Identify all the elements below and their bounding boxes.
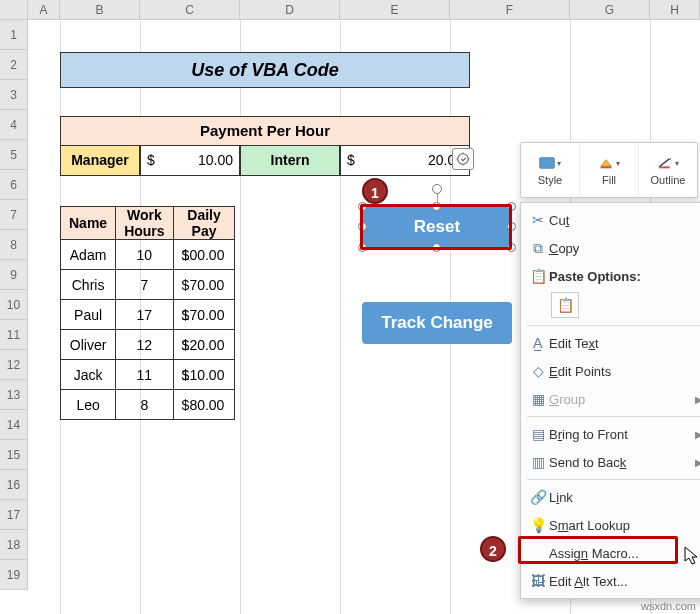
table-row: Chris7$70.00 <box>61 270 235 300</box>
menu-send-to-back[interactable]: ▥ Send to Back ▶ <box>521 448 700 476</box>
menu-edit-points[interactable]: ◇ Edit Points <box>521 357 700 385</box>
fill-icon: ▾ <box>598 154 620 172</box>
row-headers: 1 2 3 4 5 6 7 8 9 10 11 12 13 14 15 16 1… <box>0 20 28 590</box>
manager-value[interactable]: $10.00 <box>140 146 240 176</box>
th-name[interactable]: Name <box>61 207 116 240</box>
link-icon: 🔗 <box>527 489 549 505</box>
table-row: Oliver12$120.00 <box>61 330 235 360</box>
menu-smart-lookup[interactable]: 💡 Smart Lookup <box>521 511 700 539</box>
outline-icon: ▾ <box>657 154 679 172</box>
bring-front-icon: ▤ <box>527 426 549 442</box>
mini-toolbar: ▾ Style ▾ Fill ▾ Outline <box>520 142 698 198</box>
alt-text-icon: 🖽 <box>527 573 549 589</box>
payment-per-hour-row: Manager $10.00 Intern $20.00 <box>60 146 470 176</box>
data-table: Name Work Hours Daily Pay Adam10$100.00 … <box>60 206 235 420</box>
intern-value[interactable]: $20.00 <box>340 146 470 176</box>
edit-points-icon: ◇ <box>527 363 549 379</box>
svg-point-0 <box>458 154 469 165</box>
cut-icon: ✂ <box>527 212 549 228</box>
send-back-icon: ▥ <box>527 454 549 470</box>
mini-toolbar-outline[interactable]: ▾ Outline <box>639 143 697 197</box>
paste-icon: 📋 <box>527 268 549 284</box>
mini-toolbar-style[interactable]: ▾ Style <box>521 143 580 197</box>
smart-tag-icon[interactable] <box>452 148 474 170</box>
group-icon: ▦ <box>527 391 549 407</box>
watermark: wsxdn.com <box>641 600 696 612</box>
payment-per-hour-header[interactable]: Payment Per Hour <box>60 116 470 146</box>
edit-text-icon: A̲ <box>527 335 549 351</box>
svg-rect-1 <box>540 158 555 169</box>
th-daily-pay[interactable]: Daily Pay <box>173 207 235 240</box>
callout-badge-2: 2 <box>480 536 506 562</box>
reset-button[interactable]: Reset <box>362 206 512 248</box>
paste-option-button[interactable]: 📋 <box>551 292 579 318</box>
column-headers: ABCDEFGH <box>0 0 700 20</box>
copy-icon: ⧉ <box>527 240 549 257</box>
menu-paste-options-label: 📋 Paste Options: <box>521 262 700 290</box>
menu-bring-to-front[interactable]: ▤ Bring to Front ▶ <box>521 420 700 448</box>
callout-badge-1: 1 <box>362 178 388 204</box>
table-row: Adam10$100.00 <box>61 240 235 270</box>
menu-link[interactable]: 🔗 Link <box>521 483 700 511</box>
paste-options-row: 📋 <box>521 290 700 322</box>
menu-edit-alt-text[interactable]: 🖽 Edit Alt Text... <box>521 567 700 595</box>
menu-cut[interactable]: ✂ Cut <box>521 206 700 234</box>
table-row: Paul17$170.00 <box>61 300 235 330</box>
svg-rect-3 <box>659 166 670 168</box>
manager-label[interactable]: Manager <box>60 146 140 176</box>
th-work-hours[interactable]: Work Hours <box>116 207 173 240</box>
track-change-button[interactable]: Track Change <box>362 302 512 344</box>
table-row: Leo8$80.00 <box>61 390 235 420</box>
menu-edit-text[interactable]: A̲ Edit Text <box>521 329 700 357</box>
menu-group: ▦ Group ▶ <box>521 385 700 413</box>
menu-assign-macro[interactable]: Assign Macro... <box>521 539 700 567</box>
smart-lookup-icon: 💡 <box>527 517 549 533</box>
table-row: Jack11$110.00 <box>61 360 235 390</box>
mini-toolbar-fill[interactable]: ▾ Fill <box>580 143 639 197</box>
menu-copy[interactable]: ⧉ Copy <box>521 234 700 262</box>
title-cell[interactable]: Use of VBA Code <box>60 52 470 88</box>
context-menu: ✂ Cut ⧉ Copy 📋 Paste Options: 📋 A̲ Edit … <box>520 202 700 599</box>
svg-rect-2 <box>601 166 612 168</box>
intern-label[interactable]: Intern <box>240 146 340 176</box>
style-icon: ▾ <box>539 154 561 172</box>
